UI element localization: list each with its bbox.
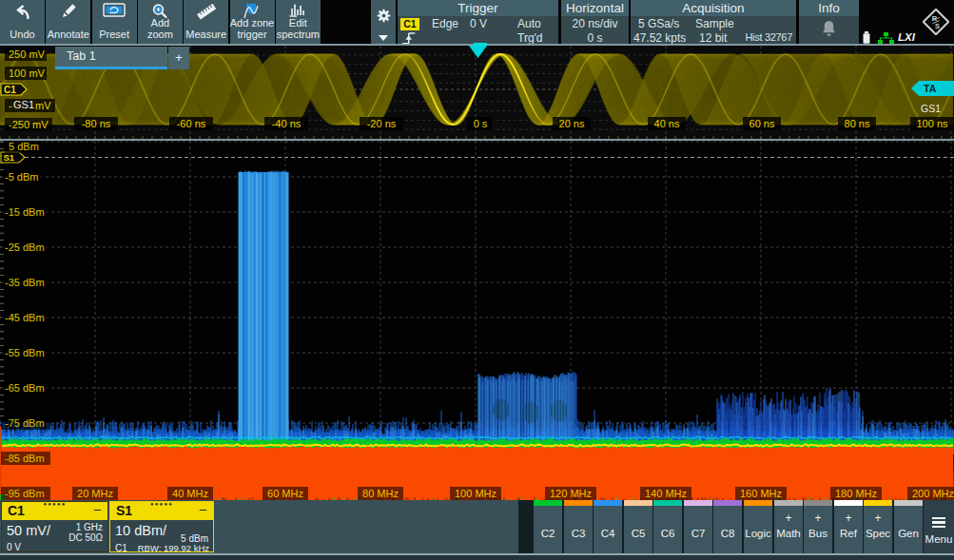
svg-text:-45 dBm: -45 dBm xyxy=(5,312,45,323)
svg-text:160 MHz: 160 MHz xyxy=(740,488,782,499)
svg-text:GS1: GS1 xyxy=(921,103,941,114)
svg-text:20 ns: 20 ns xyxy=(559,118,585,129)
svg-text:-55 dBm: -55 dBm xyxy=(5,347,45,358)
svg-text:60 MHz: 60 MHz xyxy=(267,488,303,499)
svg-text:40 MHz: 40 MHz xyxy=(172,488,208,499)
svg-text:-25 dBm: -25 dBm xyxy=(5,241,45,253)
svg-text:140 MHz: 140 MHz xyxy=(645,488,687,499)
svg-text:200 MHz: 200 MHz xyxy=(912,488,954,499)
svg-text:TA: TA xyxy=(924,83,937,94)
svg-text:40 ns: 40 ns xyxy=(654,118,680,129)
svg-text:-: - xyxy=(9,100,12,111)
svg-text:20 MHz: 20 MHz xyxy=(77,488,113,499)
svg-text:-40 ns: -40 ns xyxy=(272,118,302,129)
svg-text:80 MHz: 80 MHz xyxy=(362,488,399,499)
svg-text:-15 dBm: -15 dBm xyxy=(5,206,45,218)
svg-text:0 s: 0 s xyxy=(474,118,488,129)
svg-text:S: S xyxy=(935,22,940,30)
svg-text:S1: S1 xyxy=(4,152,15,163)
svg-text:-75 dBm: -75 dBm xyxy=(5,417,45,429)
svg-text:-35 dBm: -35 dBm xyxy=(5,277,45,288)
svg-text:mV: mV xyxy=(35,100,51,111)
svg-text:C1: C1 xyxy=(4,85,16,95)
svg-text:120 MHz: 120 MHz xyxy=(550,488,592,499)
svg-text:-80 ns: -80 ns xyxy=(82,118,111,129)
svg-text:250 mV: 250 mV xyxy=(9,48,46,60)
svg-text:-85 dBm: -85 dBm xyxy=(5,453,45,464)
svg-text:180 MHz: 180 MHz xyxy=(835,488,877,499)
svg-text:GS1: GS1 xyxy=(13,99,34,110)
svg-text:5 dBm: 5 dBm xyxy=(9,141,39,152)
svg-text:100 MHz: 100 MHz xyxy=(455,488,496,499)
svg-text:80 ns: 80 ns xyxy=(845,118,870,129)
svg-text:-5 dBm: -5 dBm xyxy=(5,171,38,183)
svg-text:-20 ns: -20 ns xyxy=(367,118,397,129)
svg-text:-65 dBm: -65 dBm xyxy=(5,382,45,394)
svg-text:-95 dBm: -95 dBm xyxy=(5,488,45,499)
svg-text:100 mV: 100 mV xyxy=(9,68,46,79)
svg-text:-250 mV: -250 mV xyxy=(9,119,49,130)
svg-text:-60 ns: -60 ns xyxy=(177,118,206,129)
svg-text:100 ns: 100 ns xyxy=(916,118,948,129)
svg-text:60 ns: 60 ns xyxy=(750,118,775,129)
